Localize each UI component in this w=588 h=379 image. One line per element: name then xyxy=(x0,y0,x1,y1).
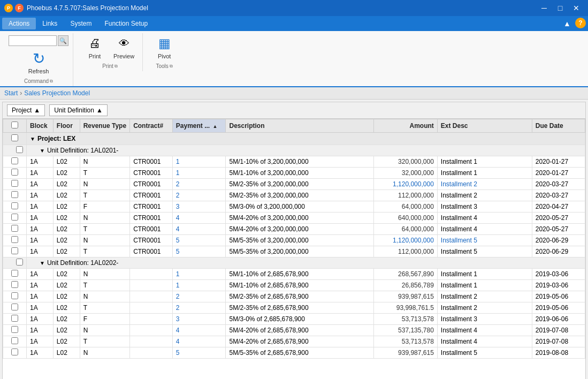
floor-cell: L02 xyxy=(53,246,80,257)
due-date-cell: 2020-01-27 xyxy=(532,168,585,179)
close-button[interactable]: ✕ xyxy=(569,3,584,13)
block-cell: 1A xyxy=(27,314,54,325)
app-icon-p: P xyxy=(4,4,13,12)
row-checkbox[interactable] xyxy=(11,247,18,254)
payment-cell[interactable]: 3 xyxy=(172,314,226,325)
group-checkbox[interactable] xyxy=(11,134,18,141)
menu-system[interactable]: System xyxy=(64,18,98,29)
print-button[interactable]: 🖨 Print xyxy=(82,33,108,61)
revenue-type-cell: N xyxy=(80,156,129,168)
select-all-checkbox[interactable] xyxy=(11,122,18,128)
payment-cell[interactable]: 5 xyxy=(172,235,226,246)
col-header-revenue-type[interactable]: Revenue Type xyxy=(80,119,129,133)
pivot-icon: ▦ xyxy=(156,35,173,52)
col-header-description[interactable]: Description xyxy=(226,119,373,133)
ext-desc-cell: Installment 5 xyxy=(437,246,532,257)
revenue-type-cell: T xyxy=(80,190,129,201)
amount-cell: 53,713,578 xyxy=(373,336,437,347)
payment-cell[interactable]: 1 xyxy=(172,269,226,280)
project-group-label: ▼Project: LEX xyxy=(27,133,585,145)
col-header-contract[interactable]: Contract# xyxy=(130,119,173,133)
payment-cell[interactable]: 4 xyxy=(172,224,226,235)
col-header-floor[interactable]: Floor xyxy=(53,119,80,133)
col-header-amount[interactable]: Amount xyxy=(373,119,437,133)
amount-cell: 1,120,000,000 xyxy=(373,235,437,246)
payment-cell[interactable]: 2 xyxy=(172,179,226,190)
row-checkbox[interactable] xyxy=(11,191,18,198)
row-checkbox[interactable] xyxy=(11,214,18,221)
col-header-block[interactable]: Block xyxy=(27,119,54,133)
menu-bar: Actions Links System Function Setup ▲ ? xyxy=(0,16,588,31)
subgroup-checkbox[interactable] xyxy=(16,146,23,153)
menu-function-setup[interactable]: Function Setup xyxy=(98,18,154,29)
floor-cell: L02 xyxy=(53,291,80,302)
payment-cell[interactable]: 1 xyxy=(172,168,226,179)
pivot-button[interactable]: ▦ Pivot xyxy=(151,33,177,61)
search-button[interactable]: 🔍 xyxy=(58,35,68,46)
amount-cell: 64,000,000 xyxy=(373,201,437,213)
row-checkbox[interactable] xyxy=(11,304,18,310)
row-checkbox-cell xyxy=(3,314,27,325)
row-checkbox[interactable] xyxy=(11,315,18,322)
preview-button[interactable]: 👁 Preview xyxy=(110,33,138,61)
col-header-due-date[interactable]: Due Date xyxy=(532,119,585,133)
row-checkbox[interactable] xyxy=(11,225,18,232)
payment-cell[interactable]: 4 xyxy=(172,213,226,224)
row-checkbox[interactable] xyxy=(11,281,18,288)
amount-cell: 26,856,789 xyxy=(373,280,437,291)
contract-cell xyxy=(130,302,173,314)
menu-links[interactable]: Links xyxy=(36,18,64,29)
payment-cell[interactable]: 5 xyxy=(172,246,226,257)
payment-cell[interactable]: 4 xyxy=(172,336,226,347)
payment-cell[interactable]: 5 xyxy=(172,347,226,359)
payment-cell[interactable]: 2 xyxy=(172,291,226,302)
ribbon-command-group: 🔍 ↻ Refresh Command ⧉ xyxy=(4,33,73,86)
refresh-button[interactable]: ↻ Refresh xyxy=(25,48,53,76)
row-checkbox-cell xyxy=(3,168,27,179)
payment-cell[interactable]: 1 xyxy=(172,156,226,168)
search-input[interactable] xyxy=(9,35,57,46)
table-container[interactable]: Block Floor Revenue Type Contract# Payme… xyxy=(3,119,585,379)
menu-actions[interactable]: Actions xyxy=(2,18,36,29)
row-checkbox[interactable] xyxy=(11,348,18,355)
ext-desc-cell: Installment 3 xyxy=(437,201,532,213)
amount-cell: 53,713,578 xyxy=(373,314,437,325)
project-button[interactable]: Project ▲ xyxy=(7,104,45,116)
due-date-cell: 2019-03-06 xyxy=(532,280,585,291)
collapse-button[interactable]: ▲ xyxy=(561,18,573,29)
breadcrumb-start[interactable]: Start xyxy=(4,89,18,97)
due-date-cell: 2020-04-27 xyxy=(532,201,585,213)
row-checkbox[interactable] xyxy=(11,202,18,209)
payment-cell[interactable]: 4 xyxy=(172,325,226,336)
unit-definition-button[interactable]: Unit Definition ▲ xyxy=(49,104,108,116)
help-button[interactable]: ? xyxy=(575,18,586,28)
row-checkbox[interactable] xyxy=(11,270,18,277)
row-checkbox[interactable] xyxy=(11,236,18,243)
row-checkbox[interactable] xyxy=(11,326,18,333)
payment-cell[interactable]: 3 xyxy=(172,201,226,213)
unit-def-group-row: ▼Unit Definition: 1AL0201- xyxy=(3,145,585,156)
project-group-row: ▼Project: LEX xyxy=(3,133,585,145)
col-header-ext-desc[interactable]: Ext Desc xyxy=(437,119,532,133)
col-header-checkbox[interactable] xyxy=(3,119,27,133)
floor-cell: L02 xyxy=(53,314,80,325)
contract-cell: CTR0001 xyxy=(130,190,173,201)
payment-cell[interactable]: 2 xyxy=(172,302,226,314)
minimize-button[interactable]: ─ xyxy=(537,3,552,13)
table-row: 1A L02 T 2 5M/2-35% of 2,685,678,900 93,… xyxy=(3,302,585,314)
table-row: 1A L02 N CTR0001 4 5M/4-20% of 3,200,000… xyxy=(3,213,585,224)
row-checkbox[interactable] xyxy=(11,292,18,299)
payment-cell[interactable]: 2 xyxy=(172,190,226,201)
block-cell: 1A xyxy=(27,235,54,246)
description-cell: 5M/4-20% of 3,200,000,000 xyxy=(226,224,373,235)
row-checkbox[interactable] xyxy=(11,180,18,187)
subgroup-checkbox[interactable] xyxy=(16,259,23,266)
col-header-payment[interactable]: Payment ... ▲ xyxy=(172,119,226,133)
row-checkbox[interactable] xyxy=(11,169,18,176)
breadcrumb-sales-projection[interactable]: Sales Projection Model xyxy=(24,89,90,97)
row-checkbox[interactable] xyxy=(11,157,18,164)
table-body: ▼Project: LEX▼Unit Definition: 1AL0201- … xyxy=(3,133,585,359)
payment-cell[interactable]: 1 xyxy=(172,280,226,291)
row-checkbox[interactable] xyxy=(11,337,18,344)
maximize-button[interactable]: □ xyxy=(553,3,568,13)
